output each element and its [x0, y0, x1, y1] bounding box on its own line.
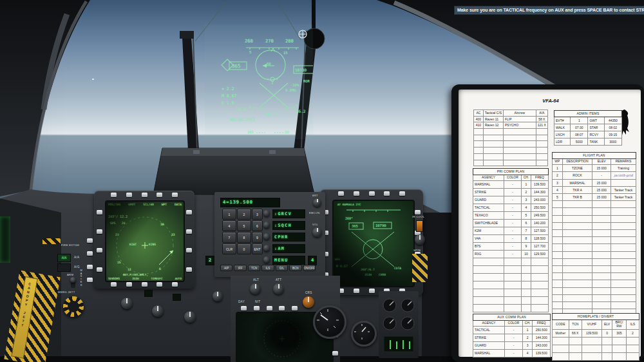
bezel-button[interactable]	[254, 306, 260, 310]
bezel-button[interactable]	[354, 289, 359, 293]
table-cell	[582, 337, 601, 345]
bezel-button[interactable]	[87, 278, 93, 282]
ufc-onoff-button[interactable]: ON/OFF	[303, 265, 316, 271]
bezel-button[interactable]	[87, 238, 93, 243]
ufc-key-7[interactable]: 7	[222, 232, 236, 243]
ufc-option-select-2[interactable]	[263, 222, 270, 228]
aircraft-roster-table: ACTactical C/SAircrewA/A400Raven 11FLIP5…	[473, 110, 548, 166]
ufc-tcn-button[interactable]: TCN	[248, 265, 260, 271]
bezel-button[interactable]	[186, 248, 192, 252]
bezel-button[interactable]	[279, 306, 285, 310]
ufc-ils-button[interactable]: ILS	[261, 265, 274, 271]
spin-recovery-cover[interactable]	[412, 254, 428, 282]
ufc-brightness-knob[interactable]	[313, 198, 321, 207]
ufc-key-4[interactable]: 4	[222, 220, 236, 231]
table-cell: -	[504, 196, 521, 204]
ufc-key-clr[interactable]: CLR	[222, 243, 236, 254]
table-cell	[553, 208, 563, 215]
table-cell: ROCK	[562, 172, 592, 179]
bezel-button[interactable]	[172, 193, 178, 197]
bezel-button[interactable]	[156, 282, 162, 287]
bezel-button[interactable]	[186, 229, 192, 234]
table-row-empty	[473, 289, 549, 297]
ufc-key-9[interactable]: 9	[252, 232, 263, 243]
bezel-button[interactable]	[369, 191, 375, 196]
ufc-key-0[interactable]: 0	[237, 243, 251, 254]
ufc-key-1[interactable]: 1	[222, 209, 236, 220]
bezel-button[interactable]	[369, 289, 375, 293]
table-cell	[474, 141, 484, 148]
ufc-bcn-button[interactable]: BCN	[289, 265, 301, 271]
ag-label: A/G	[74, 265, 80, 269]
bezel-button[interactable]	[142, 193, 147, 197]
table-row: SWITCHBLADE-6140.200	[473, 220, 549, 227]
ufc-dl-button[interactable]: D/L	[276, 265, 288, 271]
ufc-iff-button[interactable]: IFF	[234, 265, 246, 271]
bezel-button[interactable]	[186, 210, 192, 214]
master-arm-switch-tip[interactable]	[70, 277, 76, 283]
bezel-button[interactable]	[111, 282, 117, 287]
ir-cool-knob[interactable]	[415, 234, 425, 245]
ufc-key-8[interactable]: 8	[237, 232, 251, 243]
ufc-option-select-1[interactable]	[263, 210, 270, 216]
column-header: ELEV	[592, 158, 611, 165]
table-cell	[611, 287, 636, 294]
table-cell	[503, 153, 536, 160]
console-knob[interactable]	[121, 298, 133, 309]
pri-comm-plan-table: PRI COMM PLANAGENCYCOLORCH.FREQMARSHAL-1…	[473, 168, 549, 312]
bezel-button[interactable]	[126, 282, 132, 287]
bezel-button[interactable]	[186, 267, 192, 272]
console-knob[interactable]	[213, 291, 223, 301]
bezel-button[interactable]	[97, 210, 102, 214]
ufc-key-6[interactable]: 6	[252, 220, 263, 231]
table-cell: 08:02	[604, 124, 621, 131]
bezel-button[interactable]	[142, 282, 147, 287]
table-cell: -	[505, 350, 523, 357]
emerg-jett-button-center[interactable]	[68, 301, 79, 312]
table-cell: 2	[626, 329, 639, 337]
bezel-button[interactable]	[87, 265, 93, 269]
shield-clip	[193, 150, 200, 154]
alt-knob[interactable]	[250, 283, 261, 294]
ufc-key-5[interactable]: 5	[237, 220, 251, 231]
ufc-option-select-3[interactable]	[263, 233, 270, 240]
bezel-button[interactable]	[399, 191, 405, 196]
bezel-button[interactable]	[338, 191, 344, 196]
table-cell: -	[505, 327, 523, 334]
table-cell	[536, 141, 547, 148]
ufc-key-2[interactable]: 2	[237, 209, 251, 220]
bezel-button[interactable]	[354, 191, 359, 196]
ufc-key-ent[interactable]: ENT	[252, 243, 263, 254]
ufc-key-3[interactable]: 3	[252, 209, 263, 220]
console-knob[interactable]	[152, 305, 164, 317]
table-cell: -	[504, 189, 521, 196]
bezel-button[interactable]	[384, 191, 390, 196]
hud-pitch-left-label: 5	[249, 105, 251, 109]
aa-master-mode-button[interactable]: A/A	[57, 254, 71, 262]
aux-comm-plan-table: AUX COMM PLANAGENCYCOLORCH.FREQTACTICAL-…	[473, 314, 551, 357]
ufc-ap-button[interactable]: A/P	[220, 265, 232, 271]
emerg-jett-button[interactable]	[63, 296, 84, 317]
bezel-button[interactable]	[126, 193, 132, 197]
homeplate-divert-table: HOMEPLATE / DIVERTCODETCNV/UHFELVBRC/ RW…	[552, 313, 639, 361]
table-row: 410Raven 12PSYCHO121 X	[474, 122, 548, 129]
table-cell	[536, 129, 547, 135]
ufc-option-select-5[interactable]	[263, 256, 270, 263]
table-cell: TACTICAL	[473, 204, 504, 212]
crs-knob[interactable]	[303, 296, 314, 308]
bezel-button[interactable]	[241, 306, 247, 310]
att-knob[interactable]	[273, 283, 284, 294]
bezel-button[interactable]	[332, 351, 338, 356]
ufc-volume-knob[interactable]	[312, 227, 322, 237]
bezel-button[interactable]	[156, 193, 162, 197]
console-knob[interactable]	[184, 311, 196, 323]
bezel-button[interactable]	[111, 193, 117, 197]
table-row: TACTICAL-1250.500	[473, 327, 551, 334]
bezel-button[interactable]	[87, 251, 93, 256]
bezel-button[interactable]	[172, 282, 178, 287]
bezel-button[interactable]	[292, 306, 298, 310]
ag-master-mode-button[interactable]	[57, 263, 71, 272]
column-header: WP	[553, 158, 563, 165]
ufc-option-select-4[interactable]	[263, 245, 270, 251]
bezel-button[interactable]	[267, 306, 272, 310]
